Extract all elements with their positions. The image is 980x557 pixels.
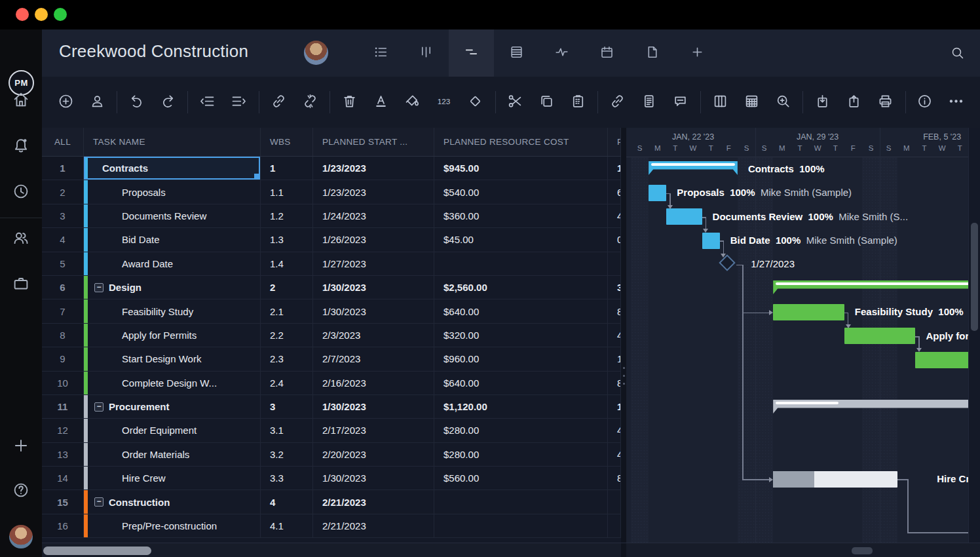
row-number-cell[interactable]: 1: [42, 157, 84, 180]
wbs-cell[interactable]: 1.2: [261, 204, 313, 227]
list-view-tab[interactable]: [358, 29, 404, 77]
planned-cost-cell[interactable]: $1,120.00: [434, 395, 608, 418]
column-header-planned-resource-cost[interactable]: PLANNED RESOURCE COST: [434, 128, 608, 156]
wbs-cell[interactable]: 2.4: [261, 372, 313, 394]
planned-cost-cell[interactable]: $560.00: [434, 467, 608, 490]
planned-start-cell[interactable]: 1/27/2023: [313, 252, 434, 275]
row-number-cell[interactable]: 16: [42, 514, 84, 537]
planned-extra-cell[interactable]: [608, 252, 621, 275]
planned-start-cell[interactable]: 1/24/2023: [313, 204, 434, 227]
selection-drag-handle[interactable]: [254, 174, 259, 179]
task-bar[interactable]: [773, 304, 844, 320]
planned-cost-cell[interactable]: [434, 252, 608, 275]
planned-extra-cell[interactable]: [608, 514, 621, 537]
wbs-cell[interactable]: 2.3: [261, 347, 313, 370]
column-header-all[interactable]: ALL: [42, 128, 84, 156]
indent-button[interactable]: [230, 93, 248, 111]
planned-start-cell[interactable]: 2/20/2023: [313, 443, 434, 466]
redo-button[interactable]: [159, 93, 177, 111]
notes-button[interactable]: [640, 93, 658, 111]
task-name-cell[interactable]: Proposals: [84, 180, 261, 203]
copy-button[interactable]: [537, 93, 556, 111]
planned-start-cell[interactable]: 1/30/2023: [313, 467, 434, 490]
assign-user-button[interactable]: [88, 93, 106, 111]
planned-cost-cell[interactable]: [434, 514, 608, 537]
task-name-cell[interactable]: −Construction: [84, 490, 261, 513]
planned-start-cell[interactable]: 1/30/2023: [313, 299, 434, 322]
planned-cost-cell[interactable]: $640.00: [434, 372, 608, 394]
unlink-tasks-button[interactable]: [301, 93, 319, 111]
pane-splitter[interactable]: [621, 128, 626, 543]
planned-extra-cell[interactable]: 4: [608, 204, 621, 227]
task-bar[interactable]: [702, 233, 720, 249]
export-button[interactable]: [845, 93, 863, 111]
planned-start-cell[interactable]: 2/17/2023: [313, 419, 434, 442]
add-task-button[interactable]: [56, 93, 75, 111]
text-color-button[interactable]: [372, 93, 390, 111]
row-number-cell[interactable]: 14: [42, 467, 84, 490]
task-name-cell[interactable]: Feasibility Study: [84, 299, 261, 322]
planned-start-cell[interactable]: 1/23/2023: [313, 180, 434, 203]
sidebar-item-help[interactable]: [11, 480, 31, 500]
more-button[interactable]: [947, 93, 966, 111]
wbs-cell[interactable]: 3.1: [261, 419, 313, 442]
comment-button[interactable]: [671, 93, 690, 111]
column-header-p[interactable]: P: [608, 128, 621, 156]
planned-cost-cell[interactable]: $540.00: [434, 180, 608, 203]
link-tasks-button[interactable]: [269, 93, 288, 111]
page-view-tab[interactable]: [630, 29, 675, 77]
row-number-cell[interactable]: 11: [42, 395, 84, 418]
planned-cost-cell[interactable]: $45.00: [434, 228, 608, 251]
info-button[interactable]: [916, 93, 934, 111]
planned-start-cell[interactable]: 2/16/2023: [313, 372, 434, 394]
planned-extra-cell[interactable]: [608, 490, 621, 513]
planned-cost-cell[interactable]: $320.00: [434, 324, 608, 347]
planned-start-cell[interactable]: 1/30/2023: [313, 276, 434, 299]
summary-bar[interactable]: [649, 161, 738, 175]
user-avatar[interactable]: [9, 525, 33, 548]
sidebar-item-home[interactable]: [11, 90, 31, 109]
wbs-cell[interactable]: 4: [261, 490, 313, 513]
grid-button[interactable]: [742, 93, 761, 111]
planned-extra-cell[interactable]: 1: [608, 347, 621, 370]
planned-extra-cell[interactable]: 8: [608, 299, 621, 322]
task-name-cell[interactable]: −Design: [84, 276, 261, 299]
collapse-toggle-icon[interactable]: −: [94, 402, 104, 412]
task-name-cell[interactable]: Start Design Work: [84, 347, 261, 370]
planned-extra-cell[interactable]: 3: [608, 276, 621, 299]
outdent-button[interactable]: [198, 93, 217, 111]
row-number-cell[interactable]: 10: [42, 372, 84, 394]
sidebar-item-team[interactable]: [11, 228, 31, 248]
planned-extra-cell[interactable]: 6: [608, 180, 621, 203]
planned-extra-cell[interactable]: 8: [608, 372, 621, 394]
planned-cost-cell[interactable]: [434, 490, 608, 513]
gantt-horizontal-scrollbar-thumb[interactable]: [852, 547, 873, 554]
wbs-cell[interactable]: 1.4: [261, 252, 313, 275]
task-name-cell[interactable]: Complete Design W...: [84, 372, 261, 394]
fill-color-button[interactable]: [404, 93, 422, 111]
planned-start-cell[interactable]: 2/21/2023: [313, 514, 434, 537]
planned-extra-cell[interactable]: 4: [608, 419, 621, 442]
wbs-cell[interactable]: 3: [261, 395, 313, 418]
sidebar-item-portfolio[interactable]: [11, 274, 31, 294]
wbs-cell[interactable]: 1: [261, 157, 313, 180]
import-button[interactable]: [814, 93, 832, 111]
collapse-toggle-icon[interactable]: −: [94, 283, 104, 292]
task-name-cell[interactable]: Apply for Permits: [84, 324, 261, 347]
planned-start-cell[interactable]: 2/7/2023: [313, 347, 434, 370]
wbs-cell[interactable]: 2.2: [261, 324, 313, 347]
task-name-cell[interactable]: Contracts: [84, 157, 261, 180]
print-button[interactable]: [876, 93, 895, 111]
planned-extra-cell[interactable]: 4: [608, 443, 621, 466]
row-number-cell[interactable]: 13: [42, 443, 84, 466]
sidebar-item-notifications[interactable]: [11, 136, 31, 155]
row-number-cell[interactable]: 7: [42, 299, 84, 322]
vertical-scrollbar-thumb[interactable]: [971, 223, 978, 331]
wbs-cell[interactable]: 3.2: [261, 443, 313, 466]
planned-cost-cell[interactable]: $360.00: [434, 204, 608, 227]
close-button[interactable]: [16, 8, 29, 21]
sidebar-item-recent[interactable]: [11, 182, 31, 201]
planned-extra-cell[interactable]: 1: [608, 395, 621, 418]
task-bar[interactable]: [666, 208, 702, 225]
sidebar-item-add[interactable]: [11, 436, 31, 455]
